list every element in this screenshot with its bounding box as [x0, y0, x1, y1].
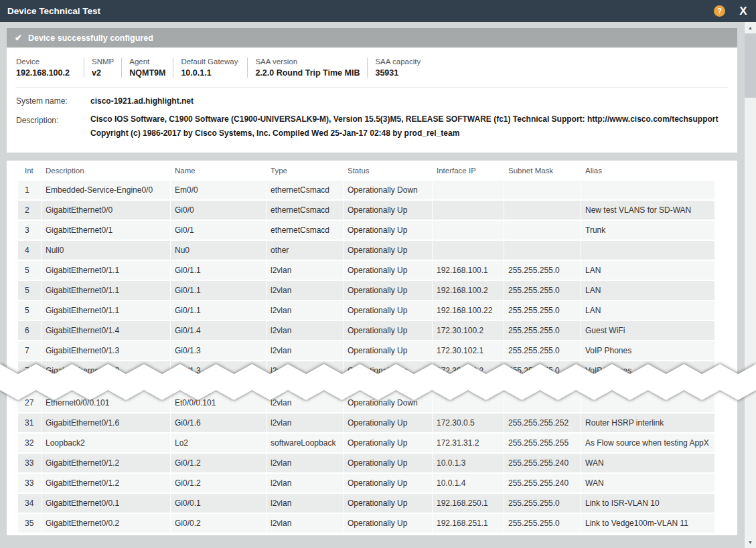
cell-int: 2: [18, 201, 42, 219]
help-button[interactable]: ?: [714, 5, 725, 17]
description-row: Description: Cisco IOS Software, C1900 S…: [16, 114, 728, 141]
field-label: Device: [16, 58, 76, 66]
cell-mask: 255.255.255.0: [504, 321, 581, 340]
table-row: 1Embedded-Service-Engine0/0Em0/0ethernet…: [18, 181, 714, 199]
cell-int: 35: [18, 514, 42, 533]
cell-status: Operationally Up: [344, 434, 433, 452]
cell-type: softwareLoopback: [267, 434, 344, 452]
cell-status: Operationally Up: [344, 414, 433, 432]
cell-ip: 192.168.250.1: [433, 494, 504, 513]
cell-status: Operationally Up: [344, 201, 433, 219]
cell-name: Et0/0/0.101: [171, 393, 267, 412]
cell-name: Gi0/1.3: [171, 341, 267, 360]
cell-mask: 255.255.255.240: [504, 454, 581, 472]
table-row: 2GigabitEthernet0/0Gi0/0ethernetCsmacdOp…: [18, 201, 714, 219]
scroll-down-button[interactable]: ▼: [745, 537, 756, 548]
cell-alias: Link to Vedge100m-VLAN 11: [581, 514, 714, 533]
cell-int: 33: [18, 474, 42, 492]
cell-name: Gi0/0.2: [171, 514, 267, 533]
table-row: 32Loopback2Lo2softwareLoopbackOperationa…: [18, 434, 714, 452]
cell-int: 34: [18, 494, 42, 513]
table-row: 35GigabitEthernet0/0.2Gi0/0.2l2vlanOpera…: [18, 514, 714, 533]
cell-name: Gi0/1.3: [171, 361, 267, 380]
cell-description: Null0: [42, 241, 171, 260]
description-label: Description:: [16, 114, 90, 141]
tear-spacer: [18, 381, 714, 393]
table-row: 7GigabitEthernet0/1.3Gi0/1.3l2vlanOperat…: [18, 341, 714, 360]
cell-mask: 255.255.255.0: [504, 514, 581, 533]
table-row: 5GigabitEthernet0/1.1Gi0/1.1l2vlanOperat…: [18, 261, 714, 280]
cell-name: Em0/0: [171, 181, 267, 199]
cell-name: Gi0/1.2: [171, 454, 267, 472]
cell-name: Gi0/1.2: [171, 474, 267, 492]
cell-name: Lo2: [171, 434, 267, 452]
info-field-saa-version: SAA version 2.2.0 Round Trip Time MIB: [247, 58, 367, 78]
cell-status: Operationally Up: [344, 281, 433, 300]
scroll-down-icon: ▼: [748, 540, 753, 545]
scroll-thumb[interactable]: [745, 33, 756, 98]
column-header-alias: Alias: [581, 167, 714, 175]
cell-ip: 172.31.31.2: [433, 434, 504, 452]
cell-type: l2vlan: [267, 454, 344, 472]
cell-ip: 10.0.1.3: [433, 454, 504, 472]
info-field-saa-capacity: SAA capacity 35931: [367, 58, 428, 78]
cell-mask: [504, 393, 581, 412]
cell-ip: 192.168.100.22: [433, 301, 504, 320]
info-field-device: Device 192.168.100.2: [16, 58, 84, 78]
banner-text: Device successfully configured: [28, 33, 153, 43]
field-value: 192.168.100.2: [16, 68, 76, 78]
cell-description: Ethernet0/0/0.101: [42, 393, 171, 412]
cell-int: 5: [18, 261, 42, 280]
column-header-type: Type: [267, 167, 344, 175]
cell-int: 5: [18, 301, 42, 320]
column-header-int: Int: [18, 167, 42, 175]
cell-int: 6: [18, 321, 42, 340]
cell-status: Operationally Up: [344, 514, 433, 533]
field-label: Default Gateway: [181, 58, 240, 66]
cell-mask: 255.255.255.0: [504, 361, 581, 380]
field-label: SAA capacity: [375, 58, 421, 66]
cell-status: Operationally Up: [344, 341, 433, 360]
cell-status: Operationally Down: [344, 393, 433, 412]
cell-ip: [433, 393, 504, 412]
system-name-row: System name: cisco-1921.ad.highlight.net: [16, 95, 728, 107]
close-icon: X: [739, 5, 747, 17]
cell-type: l2vlan: [267, 514, 344, 533]
cell-alias: LAN: [581, 301, 714, 320]
device-info-panel: Device 192.168.100.2 SNMP v2 Agent NQMT9…: [7, 48, 737, 153]
cell-mask: 255.255.255.0: [504, 281, 581, 300]
cell-ip: [433, 181, 504, 199]
info-field-snmp: SNMP v2: [84, 58, 121, 78]
column-header-description: Description: [42, 167, 171, 175]
close-button[interactable]: X: [735, 3, 751, 19]
table-row: 3GigabitEthernet0/1Gi0/1ethernetCsmacdOp…: [18, 221, 714, 240]
cell-description: GigabitEthernet0/0.1: [42, 494, 171, 513]
cell-type: l2vlan: [267, 321, 344, 340]
cell-ip: 10.0.1.4: [433, 474, 504, 492]
cell-alias: New test VLANS for SD-WAN: [581, 201, 714, 219]
table-header: Int Description Name Type Status Interfa…: [18, 161, 714, 181]
scroll-up-button[interactable]: ▲: [745, 22, 756, 33]
cell-description: GigabitEthernet0/1.1: [42, 301, 171, 320]
cell-int: 1: [18, 181, 42, 199]
cell-description: GigabitEthernet0/1.3: [42, 361, 171, 380]
cell-type: l2vlan: [267, 261, 344, 280]
cell-type: l2vlan: [267, 414, 344, 432]
cell-alias: Link to ISR-VLAN 10: [581, 494, 714, 513]
cell-name: Gi0/0.1: [171, 494, 267, 513]
cell-ip: 192.168.100.1: [433, 261, 504, 280]
cell-type: l2vlan: [267, 281, 344, 300]
cell-ip: 192.168.100.2: [433, 281, 504, 300]
cell-description: GigabitEthernet0/1: [42, 221, 171, 240]
field-value: v2: [92, 68, 114, 78]
field-label: Agent: [129, 58, 165, 66]
cell-status: Operationally Down: [344, 181, 433, 199]
cell-int: 32: [18, 434, 42, 452]
cell-alias: As Flow source when testing AppX: [581, 434, 714, 452]
cell-mask: 255.255.255.252: [504, 414, 581, 432]
cell-mask: 255.255.255.0: [504, 494, 581, 513]
cell-status: Operationally Up: [344, 261, 433, 280]
cell-description: GigabitEthernet0/1.1: [42, 261, 171, 280]
table-row: 27Ethernet0/0/0.101Et0/0/0.101l2vlanOper…: [18, 393, 714, 412]
table-row: 31GigabitEthernet0/1.6Gi0/1.6l2vlanOpera…: [18, 414, 714, 432]
